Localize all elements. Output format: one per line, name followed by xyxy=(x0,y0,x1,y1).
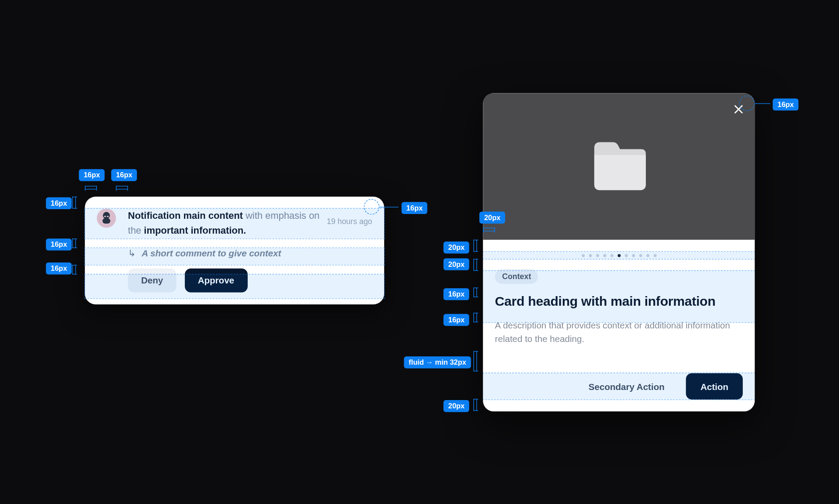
spec-label: 20px xyxy=(444,242,469,253)
svg-rect-1 xyxy=(103,218,111,224)
card-content: Context Card heading with main informati… xyxy=(483,240,755,411)
spec-measure-bar xyxy=(473,288,477,297)
svg-rect-3 xyxy=(107,216,108,217)
info-card: Context Card heading with main informati… xyxy=(483,93,755,411)
spec-label: 16px xyxy=(773,99,798,110)
primary-action-button[interactable]: Action xyxy=(686,373,743,399)
svg-point-0 xyxy=(103,212,110,219)
spec-measure-bar xyxy=(473,313,477,322)
close-icon xyxy=(733,104,745,115)
spec-label: 16px xyxy=(111,169,137,181)
context-chip: Context xyxy=(495,269,538,284)
notification-timestamp: 19 hours ago xyxy=(327,209,372,226)
card-heading: Card heading with main information xyxy=(495,293,743,309)
card-hero xyxy=(483,93,755,240)
spec-label: 16px xyxy=(46,262,72,274)
deny-button[interactable]: Deny xyxy=(128,268,177,292)
spec-label: 16px xyxy=(46,197,72,209)
close-button[interactable] xyxy=(731,101,746,117)
spec-measure-bar xyxy=(72,238,76,248)
folder-icon xyxy=(589,138,648,195)
notification-body: Notification main content with emphasis … xyxy=(128,209,372,292)
spec-label: 16px xyxy=(444,288,469,300)
spec-measure-bar xyxy=(116,186,128,190)
spec-label: 16px xyxy=(79,169,104,181)
spec-label: 20px xyxy=(444,400,469,412)
spec-measure-bar xyxy=(72,197,76,208)
avatar-face-icon xyxy=(99,211,114,226)
spec-measure-bar xyxy=(473,351,477,372)
notification-comment: ↳ A short comment to give context xyxy=(128,248,372,259)
spec-label: fluid → min 32px xyxy=(404,356,471,368)
approve-button[interactable]: Approve xyxy=(185,268,248,292)
avatar xyxy=(97,209,116,228)
spec-leader-line xyxy=(379,207,399,207)
spec-leader-line xyxy=(755,104,770,104)
spec-label: 16px xyxy=(46,238,72,250)
spec-label: 20px xyxy=(479,212,505,224)
spec-measure-bar xyxy=(473,259,477,271)
spec-label: 20px xyxy=(444,258,469,270)
card-description: A description that provides context or a… xyxy=(495,319,743,346)
spec-measure-bar xyxy=(483,228,495,231)
spec-measure-bar xyxy=(473,399,477,411)
notification-card: Notification main content with emphasis … xyxy=(85,197,384,304)
spec-measure-bar xyxy=(72,265,76,274)
pagination-dot-active xyxy=(617,254,621,257)
svg-rect-2 xyxy=(104,216,106,217)
spec-label: 16px xyxy=(444,314,469,326)
notification-text: Notification main content with emphasis … xyxy=(128,209,320,238)
secondary-action-button[interactable]: Secondary Action xyxy=(574,373,679,399)
reply-arrow-icon: ↳ xyxy=(128,248,136,259)
spec-label: 16px xyxy=(402,202,427,214)
spec-measure-bar xyxy=(85,186,97,190)
pagination-dots[interactable] xyxy=(495,252,743,269)
spec-measure-bar xyxy=(473,240,477,252)
